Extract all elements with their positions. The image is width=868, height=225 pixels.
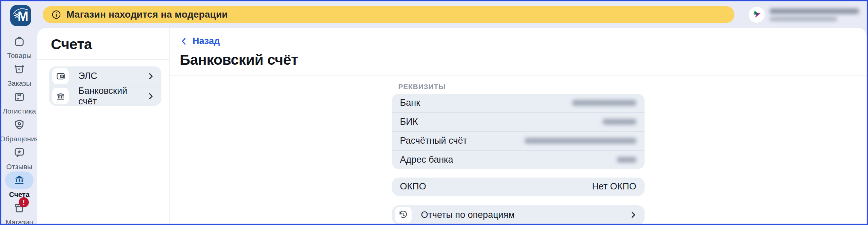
okpo-label: ОКПО: [400, 181, 426, 192]
content-surface: Счета ЭЛС: [37, 28, 867, 224]
accounts-panel: Счета ЭЛС: [37, 28, 170, 224]
reports-label: Отчеты по операциям: [421, 210, 515, 220]
review-star-icon: [13, 146, 25, 159]
history-icon: [398, 210, 408, 220]
sidebar-label: Счета: [9, 190, 29, 199]
basket-icon: [13, 63, 25, 75]
requisites-section-label: РЕКВИЗИТЫ: [398, 83, 645, 91]
requisite-label: Банк: [400, 98, 420, 108]
sidebar-label: Логистика: [3, 107, 36, 115]
avatar: [749, 7, 765, 23]
sidebar-label: Отзывы: [6, 163, 33, 171]
user-name-redacted: [769, 8, 859, 14]
requisite-label: Расчётный счёт: [400, 136, 467, 146]
chevron-right-icon: [146, 91, 155, 101]
chevron-right-icon: [146, 71, 155, 81]
okpo-row: ОКПО Нет ОКПО: [392, 178, 645, 196]
shield-user-icon: [13, 119, 25, 131]
topbar: M Магазин находится на модерации: [1, 1, 867, 28]
icon-tile: [52, 68, 69, 84]
reports-row[interactable]: Отчеты по операциям: [392, 205, 645, 224]
sidebar-item-otzyvy[interactable]: Отзывы: [1, 144, 37, 171]
requisite-value-redacted: [572, 100, 636, 106]
requisite-row-bank: Банк: [392, 94, 645, 112]
body: Товары Заказы: [1, 28, 867, 224]
package-icon: [13, 91, 25, 103]
sidebar-label: Обращения: [0, 135, 39, 143]
page-title: Банковский счёт: [180, 52, 867, 68]
requisites-card: Банк БИК Расчётный счёт: [392, 94, 645, 169]
panel-title: Счета: [51, 36, 169, 53]
back-button[interactable]: Назад: [180, 36, 220, 46]
bird-avatar-icon: [752, 9, 762, 20]
wallet-icon: [56, 71, 66, 81]
chevron-left-icon: [180, 37, 189, 46]
requisite-row-bik: БИК: [392, 113, 645, 131]
info-icon: [52, 10, 61, 19]
sidebar-item-obrashcheniya[interactable]: Обращения: [1, 116, 37, 144]
moderation-banner: Магазин находится на модерации: [43, 6, 734, 23]
okpo-value: Нет ОКПО: [592, 181, 636, 192]
icon-tile: [395, 207, 412, 223]
detail-column: РЕКВИЗИТЫ Банк БИК Расчёт: [392, 83, 645, 224]
back-label: Назад: [193, 36, 220, 46]
bank-icon: [13, 174, 25, 186]
reports-card: Отчеты по операциям: [392, 205, 645, 224]
moderation-banner-text: Магазин находится на модерации: [66, 9, 228, 20]
list-item-els[interactable]: ЭЛС: [49, 66, 161, 86]
sidebar: Товары Заказы: [1, 28, 37, 224]
requisite-label: БИК: [400, 117, 418, 127]
okpo-card: ОКПО Нет ОКПО: [392, 178, 645, 196]
notification-badge: !: [19, 197, 29, 207]
sidebar-item-logistika[interactable]: Логистика: [1, 88, 37, 116]
accounts-list: ЭЛС: [49, 66, 161, 106]
user-info: [769, 8, 859, 21]
sidebar-label: Заказы: [7, 79, 31, 87]
requisite-row-address: Адрес банка: [392, 151, 645, 169]
requisite-value-redacted: [525, 138, 636, 144]
magnit-market-logo[interactable]: M: [10, 5, 31, 26]
chevron-right-icon: [628, 210, 638, 220]
requisite-value-redacted: [617, 157, 636, 163]
list-item-label: ЭЛС: [78, 71, 97, 81]
list-item-bank-account[interactable]: Банковский счёт: [49, 86, 161, 106]
svg-text:M: M: [18, 9, 28, 23]
sidebar-label: Магазин: [5, 218, 33, 225]
panel-divider: [37, 59, 169, 60]
user-email-redacted: [769, 17, 837, 21]
requisite-row-account: Расчётный счёт: [392, 132, 645, 150]
app-window: M Магазин находится на модерации: [0, 0, 868, 225]
main-area: Назад Банковский счёт РЕКВИЗИТЫ Банк БИК: [170, 28, 867, 224]
logo-icon: M: [10, 5, 31, 26]
requisite-label: Адрес банка: [400, 155, 453, 165]
sidebar-item-tovary[interactable]: Товары: [1, 33, 37, 60]
requisite-value-redacted: [603, 119, 636, 125]
list-item-label: Банковский счёт: [78, 86, 146, 106]
sidebar-label: Товары: [7, 52, 32, 60]
user-menu[interactable]: [749, 7, 859, 23]
header-divider: [170, 75, 867, 76]
bank-outline-icon: [56, 91, 66, 101]
sidebar-item-zakazy[interactable]: Заказы: [1, 60, 37, 88]
icon-tile: [52, 88, 69, 104]
bag-icon: [13, 35, 25, 47]
sidebar-item-magazin[interactable]: ! Магазин: [1, 199, 37, 225]
sidebar-item-scheta[interactable]: Счета: [1, 171, 37, 199]
